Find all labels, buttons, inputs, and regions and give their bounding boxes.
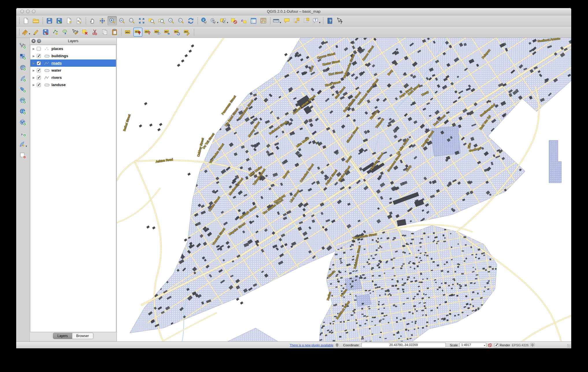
stop-render-icon[interactable] [487,343,493,348]
dropdown-arrow-icon[interactable]: ▼ [279,21,282,24]
current-edits-button[interactable]: ▼ [21,27,31,37]
layer-visibility-checkbox[interactable] [37,83,41,87]
copy-features-button[interactable] [100,27,109,37]
labeling-button[interactable]: abc [123,27,133,37]
refresh-button[interactable] [186,16,195,25]
zoom-to-selection-button[interactable] [147,16,156,25]
show-hide-labels-button[interactable]: abc [153,27,162,37]
layer-visibility-checkbox[interactable] [37,76,41,80]
expand-arrow-icon[interactable]: ▶ [33,76,37,79]
pin-labels-button[interactable]: abc [133,27,143,37]
panel-float-icon[interactable]: ❐ [37,39,41,43]
new-shapefile-layer-button[interactable]: ▼ [18,140,27,149]
composer-manager-button[interactable] [74,16,84,25]
layer-item-landuse[interactable]: ▶landuse [30,81,116,88]
plugin-icon[interactable] [334,343,340,348]
dropdown-arrow-icon[interactable]: ▼ [319,21,321,24]
dropdown-arrow-icon[interactable]: ▼ [25,145,27,148]
select-by-expression-button[interactable]: ε [239,16,248,25]
zoom-native-button[interactable]: 1:1 [127,16,136,25]
resize-grip[interactable] [567,344,571,348]
dock-tab-browser[interactable]: Browser [72,333,93,339]
rotate-label-button[interactable]: abc [173,27,182,37]
new-project-button[interactable] [21,16,31,25]
add-mssql-layer-button[interactable] [18,85,27,94]
line-layer-icon [43,75,50,80]
add-delimited-text-button[interactable]: , [18,129,27,138]
expand-arrow-icon[interactable]: ▶ [33,55,37,57]
dropdown-arrow-icon[interactable]: ▼ [217,21,219,24]
dropdown-arrow-icon[interactable]: ▼ [226,21,229,24]
layer-item-rivers[interactable]: ▶rivers [30,74,116,81]
highlight-pinned-labels-button[interactable]: abc [143,27,152,37]
add-feature-button[interactable] [51,27,60,37]
move-label-button[interactable]: abc [163,27,172,37]
map-canvas[interactable]: Geelhout AvenueDelaportBergAuge StreetFa… [117,38,571,342]
coordinate-input[interactable]: 20.43780,-34.02269 [361,343,446,347]
panel-close-icon[interactable]: ✕ [32,39,36,43]
add-wcs-layer-button[interactable] [18,107,27,116]
manage-layers-toolbar: ,▼ [16,38,30,341]
feature-action-button[interactable]: ▼ [210,16,219,25]
layer-visibility-checkbox[interactable] [37,47,41,51]
show-bookmarks-button[interactable] [302,16,311,25]
add-raster-layer-button[interactable] [18,52,27,61]
scale-dropdown-icon[interactable]: ▼ [484,343,486,348]
save-project-button[interactable] [45,16,54,25]
render-checkbox[interactable] [494,343,498,347]
save-project-as-button[interactable] [55,16,64,25]
dropdown-arrow-icon[interactable]: ▼ [28,33,31,35]
save-layer-edits-button[interactable] [41,27,50,37]
layer-item-buildings[interactable]: ▶buildings [30,52,116,59]
node-tool-button[interactable] [71,27,80,37]
expand-arrow-icon[interactable]: ▶ [33,69,37,72]
add-wfs-layer-button[interactable] [18,118,27,127]
zoom-out-button[interactable] [117,16,127,25]
add-vector-layer-button[interactable] [18,41,27,50]
add-wms-layer-button[interactable] [18,96,27,105]
zoom-to-layer-button[interactable] [157,16,166,25]
expand-arrow-icon[interactable]: ▶ [33,47,37,50]
zoom-last-button[interactable] [167,16,176,25]
layer-visibility-checkbox[interactable] [37,61,41,65]
title-bar[interactable]: QGIS 2.0.1-Dufour – basic_map [16,8,571,15]
identify-button[interactable]: i [200,16,209,25]
field-calculator-button[interactable] [259,16,268,25]
cut-features-button[interactable] [90,27,99,37]
layer-visibility-checkbox[interactable] [37,54,41,58]
add-spatialite-layer-button[interactable] [18,74,27,83]
add-postgis-layer-button[interactable] [18,63,27,72]
layer-visibility-checkbox[interactable] [37,68,41,72]
move-feature-button[interactable] [61,27,70,37]
new-composer-button[interactable] [64,16,74,25]
whats-this-button[interactable]: ? [335,16,344,25]
layer-item-roads[interactable]: ▶roads [30,59,116,67]
zoom-next-button[interactable] [176,16,186,25]
deselect-features-button[interactable] [229,16,238,25]
open-project-button[interactable] [31,16,40,25]
text-annotation-button[interactable]: T▼ [312,16,321,25]
crs-settings-icon[interactable] [530,343,535,348]
plugin-notification-link[interactable]: There is a new plugin available [290,343,333,347]
attribute-table-button[interactable] [249,16,258,25]
help-button[interactable]: ? [325,16,334,25]
change-label-button[interactable]: abc [182,27,192,37]
dock-tab-layers[interactable]: Layers [53,333,72,339]
zoom-full-button[interactable] [137,16,146,25]
delete-selected-button[interactable] [80,27,90,37]
expand-arrow-icon[interactable]: ▶ [33,62,37,65]
measure-button[interactable]: ▼ [272,16,282,25]
map-tips-button[interactable] [282,16,291,25]
pan-to-selection-button[interactable] [98,16,107,25]
layer-item-water[interactable]: ▶water [30,67,116,74]
paste-features-button[interactable] [110,27,119,37]
layer-item-places[interactable]: ▶places [30,45,116,52]
new-bookmark-button[interactable] [292,16,301,25]
expand-arrow-icon[interactable]: ▶ [33,83,37,86]
select-features-button[interactable]: ▼ [219,16,229,25]
remove-layer-button[interactable] [18,151,27,160]
pan-map-button[interactable] [88,16,97,25]
scale-combo[interactable]: 1:4917▼ [459,343,486,347]
zoom-in-button[interactable] [108,16,117,25]
toggle-editing-button[interactable] [31,27,40,37]
